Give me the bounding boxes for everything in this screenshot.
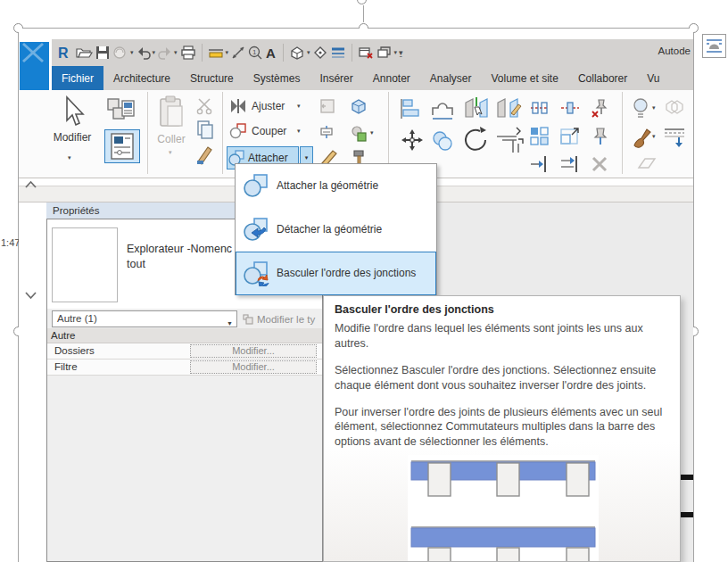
save-icon[interactable] xyxy=(95,45,110,60)
menu-item-join-geometry[interactable]: Attacher la géométrie xyxy=(236,164,436,208)
move-icon[interactable] xyxy=(399,128,426,154)
copy-icon[interactable] xyxy=(195,119,215,140)
paste-caret[interactable]: ▾ xyxy=(169,149,172,156)
tab-fichier[interactable]: Fichier xyxy=(52,66,103,90)
level-grid-icon[interactable] xyxy=(318,124,338,144)
component-icon[interactable] xyxy=(349,124,368,144)
pin-icon[interactable] xyxy=(590,126,611,147)
print-icon[interactable] xyxy=(180,45,196,60)
layout-options-button[interactable] xyxy=(702,34,726,58)
tag-icon[interactable]: 1 xyxy=(248,45,262,60)
align-icon[interactable] xyxy=(399,97,422,120)
trim-single-icon[interactable] xyxy=(529,154,550,174)
image-border-right xyxy=(693,28,694,562)
tab-architecture[interactable]: Architecture xyxy=(103,66,180,90)
properties-icon xyxy=(105,130,139,162)
cut-caret[interactable]: ▾ xyxy=(297,128,301,135)
close-icon[interactable] xyxy=(20,42,49,69)
tab-collaborer[interactable]: Collaborer xyxy=(568,66,637,90)
qat-customize-caret[interactable]: ▾̱ xyxy=(399,48,403,57)
linework-lines-icon[interactable] xyxy=(663,126,686,147)
tab-analyser[interactable]: Analyser xyxy=(420,66,482,90)
join-button-label: Attacher xyxy=(248,152,288,164)
rotate-handle[interactable] xyxy=(357,0,367,4)
type-thumbnail xyxy=(52,227,118,302)
measure-icon[interactable] xyxy=(208,46,224,59)
paste-aligned-icon xyxy=(318,97,338,117)
trim-button[interactable]: Ajuster xyxy=(252,100,285,112)
trim-icon[interactable] xyxy=(229,98,247,114)
measure-caret[interactable]: ▾ xyxy=(226,49,229,56)
split-with-gap-icon[interactable] xyxy=(559,99,581,117)
paint-brush-icon[interactable] xyxy=(631,126,652,149)
open-icon[interactable] xyxy=(75,45,93,60)
show-box-icon[interactable] xyxy=(349,97,368,117)
aligned-dimension-icon[interactable] xyxy=(231,45,245,60)
chevron-up-icon[interactable] xyxy=(24,180,37,189)
sync-icon[interactable] xyxy=(112,45,128,60)
split-element-icon[interactable] xyxy=(529,99,550,117)
match-properties-icon[interactable] xyxy=(195,144,215,165)
edit-folders-button[interactable]: Modifier... xyxy=(190,344,317,358)
trim-multiple-icon[interactable] xyxy=(559,154,581,174)
chevron-down-icon[interactable] xyxy=(24,291,37,300)
cut-geometry-icon[interactable] xyxy=(229,123,247,139)
mirror-pick-axis-icon[interactable] xyxy=(463,95,490,122)
parameter-group-header[interactable]: Autre xyxy=(47,328,322,343)
lightbulb-icon[interactable] xyxy=(631,97,650,120)
close-hidden-windows-icon[interactable] xyxy=(358,45,374,60)
unpin-icon[interactable] xyxy=(590,97,611,119)
text-icon[interactable]: A xyxy=(265,45,277,60)
undo-caret[interactable]: ▾ xyxy=(153,49,156,56)
cope-icon[interactable] xyxy=(431,97,454,120)
edit-type-button[interactable]: Modifier le ty xyxy=(243,311,321,327)
copy-element-icon[interactable] xyxy=(431,129,454,153)
paste-button[interactable]: Coller xyxy=(151,133,192,145)
tooltip-paragraph: Modifie l'ordre dans lequel les éléments… xyxy=(335,321,669,351)
cut-button[interactable]: Couper xyxy=(252,125,286,137)
panel-separator xyxy=(147,92,148,174)
layout-options-icon xyxy=(706,37,723,54)
timestamp-fragment: 1:47 xyxy=(1,237,20,248)
paint-caret[interactable]: ▾ xyxy=(652,133,656,140)
undo-icon[interactable] xyxy=(136,45,151,60)
default-3d-view-icon[interactable] xyxy=(289,45,305,60)
mirror-draw-axis-icon[interactable] xyxy=(495,95,522,122)
tab-systemes[interactable]: Systèmes xyxy=(244,66,310,90)
switch-windows-caret[interactable]: ▾ xyxy=(394,49,398,56)
filter-dropdown[interactable]: Autre (1) ▼ xyxy=(52,310,237,327)
revit-logo[interactable]: R xyxy=(57,45,72,61)
component-caret[interactable]: ▾ xyxy=(370,129,374,136)
redo-icon[interactable] xyxy=(158,45,172,60)
lightbulb-caret[interactable]: ▾ xyxy=(652,104,656,112)
tab-structure[interactable]: Structure xyxy=(180,66,244,90)
cut-icon xyxy=(195,97,215,115)
rotate-icon[interactable] xyxy=(461,126,490,154)
modify-button[interactable]: Modifier xyxy=(44,131,101,144)
section-icon[interactable] xyxy=(313,45,327,60)
tab-annoter[interactable]: Annoter xyxy=(363,66,420,90)
tooltip-title: Basculer l'ordre des jonctions xyxy=(335,303,669,316)
modify-caret[interactable]: ▾ xyxy=(68,154,71,161)
scale-icon[interactable] xyxy=(559,126,581,147)
tab-inserer[interactable]: Insérer xyxy=(310,66,362,90)
trim-caret[interactable]: ▾ xyxy=(297,103,301,110)
redo-caret[interactable]: ▾ xyxy=(174,49,178,56)
menu-item-switch-join-order[interactable]: Basculer l'ordre des jonctions xyxy=(236,252,436,295)
tab-volume-et-site[interactable]: Volume et site xyxy=(482,66,568,90)
view-caret[interactable]: ▾ xyxy=(307,49,310,56)
edit-filter-button[interactable]: Modifier... xyxy=(190,360,317,374)
tooltip: Basculer l'ordre des jonctions Modifie l… xyxy=(323,295,681,562)
trim-corner-icon[interactable] xyxy=(495,126,527,156)
array-icon[interactable] xyxy=(529,126,550,147)
thin-lines-icon[interactable] xyxy=(330,45,346,60)
modify-cursor-icon[interactable] xyxy=(62,95,85,128)
sync-caret[interactable]: ▾ xyxy=(130,49,134,56)
switch-windows-icon[interactable] xyxy=(376,45,393,60)
menu-item-unjoin-geometry[interactable]: Détacher la géométrie xyxy=(236,208,436,252)
panel-separator xyxy=(622,92,623,174)
select-objects-icon[interactable] xyxy=(104,94,138,128)
tooltip-paragraph: Sélectionnez Basculer l'ordre des joncti… xyxy=(335,363,669,393)
properties-toggle-button[interactable] xyxy=(104,129,140,163)
tab-vue[interactable]: Vu xyxy=(637,66,669,90)
